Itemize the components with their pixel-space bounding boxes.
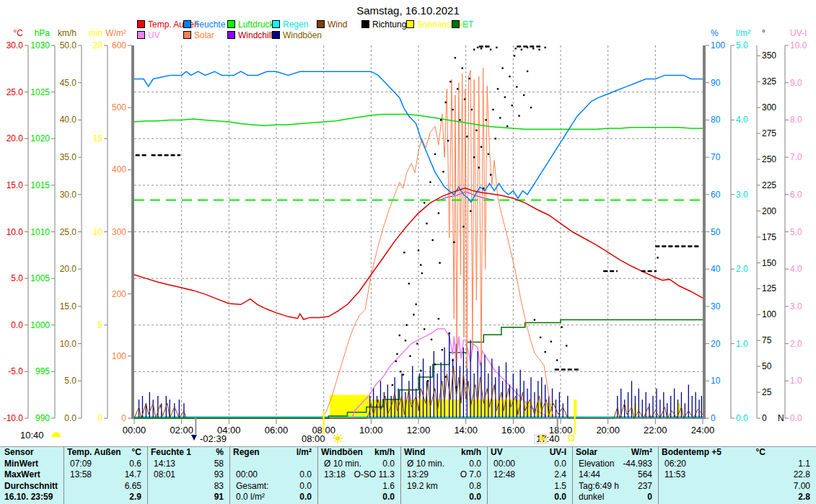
svg-text:990: 990 (35, 413, 50, 423)
table-cell-row: 13:29O 7.0 (401, 469, 487, 481)
svg-text:90: 90 (711, 78, 721, 88)
table-cell-row: Ø 10 min.0.0 (401, 459, 487, 470)
svg-text:1005: 1005 (30, 273, 50, 283)
svg-text:70: 70 (711, 152, 721, 162)
svg-text:02:00: 02:00 (170, 425, 193, 436)
table-cell-row: 1.5 (488, 481, 572, 492)
svg-text:0.0: 0.0 (790, 413, 802, 423)
table-cell-row: 0.0 (488, 492, 572, 503)
svg-text:100: 100 (762, 309, 776, 319)
chart-svg: -10.0-5.00.05.010.015.020.025.030.0°C990… (0, 0, 816, 446)
table-cell-row: 07:090.6 (64, 459, 147, 470)
axis-wm2: 0100200300400500600W/m² (105, 28, 131, 423)
table-cell-row: 83 (148, 481, 229, 492)
legend-label: Luftdruck (238, 19, 273, 30)
series-richtung_seg (136, 46, 699, 369)
table-col-regen: Regenl/m²00:000.0Gesamt:0.00.0 l/m²0.0 (229, 447, 317, 504)
table-cell-row: dunkel0 (573, 492, 658, 503)
svg-text:20:00: 20:00 (596, 425, 620, 436)
legend-label: Regen (283, 19, 308, 30)
svg-text:24:00: 24:00 (691, 425, 715, 436)
svg-text:350: 350 (762, 50, 776, 61)
svg-text:00:00: 00:00 (123, 425, 146, 436)
legend-label: UV (148, 30, 160, 40)
series-richtung (392, 45, 659, 388)
svg-text:25: 25 (762, 387, 772, 397)
svg-text:16:00: 16:00 (501, 425, 525, 436)
svg-text:20.0: 20.0 (60, 264, 77, 274)
luftdruck-color-swatch (227, 20, 235, 28)
svg-text:2.0: 2.0 (790, 339, 802, 349)
axis-temp: -10.0-5.00.05.010.015.020.025.030.0°C (4, 28, 28, 423)
svg-text:20: 20 (711, 339, 721, 349)
svg-text:50: 50 (711, 227, 721, 237)
table-cell-row: 00:000.0 (230, 469, 317, 481)
temp-color-swatch (137, 20, 145, 28)
table-col-uv: UVUV-I00:000.012:482.41.50.0 (487, 447, 572, 504)
svg-text:25.0: 25.0 (60, 227, 77, 237)
axis-kmh: 0.05.010.015.020.025.030.035.040.045.050… (58, 28, 82, 423)
regen-color-swatch (272, 20, 280, 28)
legend-item-solar: Solar (183, 30, 214, 40)
svg-text:50: 50 (762, 361, 772, 371)
table-col-temp-au-en: Temp. Außen°C07:090.613:5814.76.652.9 (63, 447, 147, 504)
svg-text:0: 0 (711, 413, 716, 423)
table-col-header: Bodentemp +5°C (659, 447, 816, 459)
svg-text:225: 225 (762, 180, 776, 190)
svg-text:15.0: 15.0 (6, 180, 24, 190)
svg-text:6.0: 6.0 (790, 190, 802, 200)
et-color-swatch (452, 20, 460, 28)
svg-text:300: 300 (762, 102, 776, 112)
svg-text:275: 275 (762, 128, 776, 138)
svg-text:2.0: 2.0 (736, 264, 748, 274)
table-cell-row: 14:44564 (573, 469, 658, 481)
table-cell-row: Gesamt:0.0 (230, 481, 317, 492)
table-cell-row: Tag:6:49 h237 (573, 481, 658, 492)
table-cell-row: 08:0193 (148, 469, 229, 481)
table-cell-row: 0.0 l/m²0.0 (230, 492, 317, 503)
table-cell-row: 1.6 (318, 481, 400, 492)
windboeen-color-swatch (272, 31, 280, 39)
svg-text:400: 400 (112, 164, 126, 174)
svg-text:125: 125 (762, 283, 776, 293)
table-col-header: Regenl/m² (230, 447, 317, 459)
svg-text:200: 200 (762, 206, 776, 216)
table-col-windb-en: Windböenkm/hØ 10 min.0.013:18O-SO 11.31.… (317, 447, 400, 504)
svg-text:40: 40 (711, 264, 721, 274)
svg-text:995: 995 (35, 366, 50, 376)
svg-text:10.0: 10.0 (6, 227, 24, 237)
svg-text:N: N (778, 413, 784, 423)
svg-text:0.0: 0.0 (11, 320, 23, 330)
svg-text:5.0: 5.0 (11, 273, 23, 283)
svg-text:80: 80 (711, 115, 721, 125)
svg-text:-5.0: -5.0 (8, 366, 23, 376)
svg-text:10.0: 10.0 (60, 339, 77, 349)
svg-text:22:00: 22:00 (644, 425, 667, 436)
svg-text:06:00: 06:00 (265, 425, 289, 436)
table-cell-row: 6.65 (64, 481, 147, 492)
table-cell-row: 19.2 km0.8 (401, 481, 487, 492)
svg-text:-10.0: -10.0 (4, 413, 24, 423)
svg-text:15.0: 15.0 (60, 301, 77, 311)
axis-min: 05101520min (89, 28, 108, 423)
svg-text:7.0: 7.0 (790, 152, 802, 162)
svg-text:4.0: 4.0 (790, 264, 802, 274)
legend-label: Windböen (283, 30, 322, 40)
svg-text:10: 10 (93, 227, 103, 237)
svg-text:0.0: 0.0 (64, 413, 76, 423)
uv-color-swatch (137, 31, 145, 39)
weather-chart: -10.0-5.00.05.010.015.020.025.030.0°C990… (0, 0, 816, 448)
svg-text:300: 300 (112, 227, 126, 237)
svg-text:500: 500 (112, 102, 126, 112)
svg-text:1015: 1015 (30, 180, 50, 190)
table-cell-row: 0.0 (401, 492, 487, 503)
svg-text:325: 325 (762, 76, 776, 87)
axis-lm2: 0.01.02.03.04.05.0l/m² (731, 28, 750, 423)
table-cell-row: 14:1358 (148, 459, 229, 470)
legend-item-uv: UV (137, 30, 160, 40)
svg-text:9.0: 9.0 (790, 78, 802, 88)
svg-text:12:00: 12:00 (407, 425, 431, 436)
series-solar (321, 68, 554, 418)
svg-text:1020: 1020 (30, 133, 50, 143)
legend-item-feuchte: Feuchte 1 (183, 19, 232, 30)
